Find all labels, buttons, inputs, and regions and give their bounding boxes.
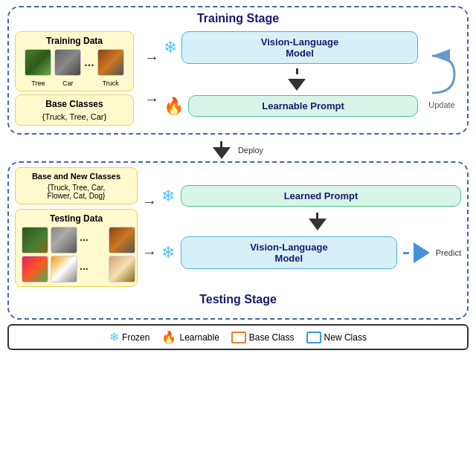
update-arrow-svg <box>426 48 457 100</box>
legend-base-class: Base Class <box>231 332 295 343</box>
frozen-icon-vlm: ❄ <box>164 38 177 57</box>
predict-arrow <box>414 242 430 263</box>
truck-label: Truck <box>103 80 119 87</box>
deploy-label: Deploy <box>238 146 263 155</box>
truck-image <box>97 49 124 76</box>
tree-label: Tree <box>31 80 45 87</box>
legend-flame-icon: 🔥 <box>161 330 176 344</box>
testing-data-label: Testing Data <box>22 213 131 224</box>
testing-images: ··· ··· <box>22 227 131 282</box>
deploy-arrow <box>213 147 231 159</box>
vlm-label2: Vision-LanguageModel <box>250 242 328 264</box>
dots1: ··· <box>84 59 94 72</box>
tree-image <box>25 49 51 76</box>
flame-icon: 🔥 <box>164 97 184 116</box>
legend-learnable: 🔥 Learnable <box>161 330 219 344</box>
car-image <box>54 49 81 76</box>
legend-base-label: Base Class <box>249 332 295 343</box>
arrow-to-prompt: → <box>144 91 159 108</box>
legend-new-class: New Class <box>306 332 367 343</box>
test-img-1 <box>22 227 48 253</box>
learnable-prompt-label: Learnable Prompt <box>262 100 344 112</box>
legend-new-label: New Class <box>324 332 367 343</box>
vlm-box: Vision-LanguageModel <box>181 31 418 64</box>
learned-prompt-box: Learned Prompt <box>181 185 461 207</box>
test-img-5 <box>51 256 77 282</box>
legend-base-box <box>231 332 246 343</box>
base-new-classes-box: Base and New Classes {Truck, Tree, Car,F… <box>15 167 138 204</box>
test-img-6 <box>109 256 135 282</box>
vconnector <box>296 68 298 74</box>
testing-title: Testing Stage <box>15 293 461 306</box>
arrow-to-vlm: → <box>144 49 159 66</box>
frozen-icon-learned: ❄ <box>161 187 175 206</box>
down-arrow-training <box>288 79 306 91</box>
legend-frozen-label: Frozen <box>122 332 149 343</box>
deploy-section: Deploy <box>7 141 469 159</box>
down-arrow-testing <box>309 219 327 230</box>
legend-frozen: ❄ Frozen <box>109 330 149 344</box>
test-img-3 <box>109 227 135 253</box>
training-title: Training Stage <box>15 12 461 25</box>
vlm-label: Vision-LanguageModel <box>261 36 339 59</box>
car-label: Car <box>62 80 74 87</box>
base-classes-box: Base Classes {Truck, Tree, Car} <box>15 94 134 126</box>
main-container: Training Stage Training Data Tree Car <box>0 0 476 449</box>
arrow-to-vlm2: → <box>142 244 157 261</box>
arrow-to-learned: → <box>142 193 157 210</box>
legend-new-box <box>306 332 321 343</box>
base-new-title: Base and New Classes <box>22 172 131 181</box>
base-classes-label: Base Classes <box>22 99 127 109</box>
base-new-text: {Truck, Tree, Car,Flower, Cat, Dog} <box>22 184 131 200</box>
training-section: Training Stage Training Data Tree Car <box>7 6 469 135</box>
vlm-box2: Vision-LanguageModel <box>181 236 397 269</box>
training-data-label: Training Data <box>22 36 127 46</box>
test-img-4 <box>22 256 48 282</box>
learned-prompt-label: Learned Prompt <box>284 190 358 201</box>
legend-learnable-label: Learnable <box>179 332 219 343</box>
frozen-icon-vlm2: ❄ <box>161 243 175 262</box>
training-data-box: Training Data Tree Car ··· <box>15 31 134 91</box>
testing-data-box: Testing Data ··· ··· <box>15 209 138 287</box>
predict-label: Predict <box>436 248 461 257</box>
legend: ❄ Frozen 🔥 Learnable Base Class New Clas… <box>7 324 469 350</box>
base-classes-text: {Truck, Tree, Car} <box>22 112 127 121</box>
learnable-prompt-box: Learnable Prompt <box>188 95 418 117</box>
deploy-stem <box>220 141 222 147</box>
legend-frozen-icon: ❄ <box>109 330 119 344</box>
update-label: Update <box>428 100 454 109</box>
test-img-2 <box>51 227 77 253</box>
testing-section: Base and New Classes {Truck, Tree, Car,F… <box>7 161 469 320</box>
